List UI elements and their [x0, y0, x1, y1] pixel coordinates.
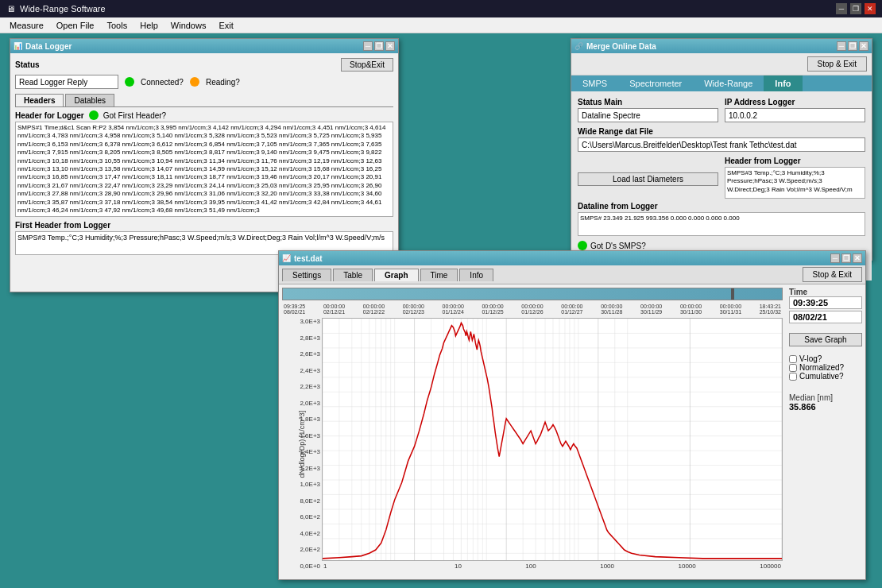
tab-wide-range[interactable]: Wide-Range — [693, 75, 764, 91]
load-diameters-btn-area: Load last Diameters — [578, 157, 718, 186]
graph-stop-btn[interactable]: Stop & Exit — [803, 267, 862, 282]
tab-settings[interactable]: Settings — [282, 269, 331, 281]
time-label-2: 00:00:0002/12/22 — [363, 304, 385, 315]
status-main-label: Status Main — [578, 98, 718, 106]
minimize-btn[interactable]: ─ — [836, 3, 847, 14]
merge-restore[interactable]: ❐ — [848, 41, 857, 51]
normalized-label: Normalized? — [799, 363, 844, 372]
chart-svg: .grid-line { stroke: #e0e0e0; stroke-wid… — [323, 319, 782, 560]
restore-btn[interactable]: ❐ — [850, 3, 861, 14]
time-label-3: 00:00:0002/12/23 — [403, 304, 424, 315]
time-scrubber[interactable] — [282, 288, 783, 300]
menu-measure[interactable]: Measure — [3, 19, 50, 32]
data-logger-title: Data Logger — [25, 42, 72, 51]
tab-headers[interactable]: Headers — [15, 94, 64, 106]
got-first-header-label: Got First Header? — [103, 111, 166, 120]
time-label-10: 00:00:0030/11/30 — [680, 304, 702, 315]
time-sidebar-label: Time — [789, 288, 862, 296]
y-tick-3: 2,4E+3 — [288, 367, 320, 374]
tab-table[interactable]: Table — [333, 269, 373, 281]
connected-label: Connected? — [141, 78, 184, 87]
merge-tabs: SMPS Spectrometer Wide-Range Info — [571, 75, 872, 91]
y-tick-4: 2,2E+3 — [288, 383, 320, 390]
time-label-0: 09:39:2508/02/21 — [284, 304, 305, 315]
merge-close[interactable]: ✕ — [859, 41, 868, 51]
menu-tools[interactable]: Tools — [101, 19, 134, 32]
cumulative-checkbox[interactable] — [789, 373, 797, 381]
app-icon: 🖥 — [6, 4, 15, 14]
stop-exit-btn[interactable]: Stop&Exit — [341, 58, 393, 72]
connected-indicator — [125, 77, 134, 87]
merge-stop-btn[interactable]: Stop & Exit — [807, 56, 867, 72]
x-axis-labels: 1 10 100 1000 10000 100000 — [322, 563, 783, 570]
y-tick-15: 0,0E+0 — [288, 563, 320, 570]
y-tick-0: 3,0E+3 — [288, 318, 320, 325]
time-label-8: 00:00:0030/11/28 — [601, 304, 622, 315]
ip-address-input[interactable] — [725, 108, 865, 122]
read-logger-input[interactable] — [15, 75, 118, 89]
time-label-9: 00:00:0030/11/29 — [640, 304, 662, 315]
title-bar: 🖥 Wide-Range Software ─ ❐ ✕ — [0, 0, 882, 17]
tab-info-graph[interactable]: Info — [459, 269, 493, 281]
wide-range-file-input[interactable] — [578, 137, 865, 152]
header-logger-merge-text: SMPS#3 Temp.;°C;3 Humidity;%;3 Pressure;… — [725, 167, 865, 199]
menu-help[interactable]: Help — [133, 19, 164, 32]
y-tick-2: 2,6E+3 — [288, 350, 320, 358]
graph-sidebar: Time 09:39:25 08/02/21 Save Graph V-log?… — [786, 284, 865, 573]
tab-graph[interactable]: Graph — [374, 269, 418, 281]
tab-spectrometer[interactable]: Spectrometer — [618, 75, 693, 91]
time-label-12: 18:43:2125/10/32 — [760, 304, 781, 315]
graph-close[interactable]: ✕ — [853, 253, 862, 263]
menu-open-file[interactable]: Open File — [50, 19, 101, 32]
date-value: 08/02/21 — [789, 311, 862, 323]
scrubber-handle[interactable] — [731, 288, 734, 300]
reading-label: Reading? — [206, 78, 240, 87]
x-tick-2: 100 — [525, 563, 536, 570]
menu-windows[interactable]: Windows — [164, 19, 213, 32]
got-smps-label: Got D's SMPS? — [590, 242, 646, 250]
y-tick-1: 2,8E+3 — [288, 335, 320, 342]
graph-tabs: Settings Table Graph Time Info Stop & Ex… — [279, 265, 865, 284]
header-logger-merge-label: Header from Logger — [725, 157, 865, 165]
tab-time[interactable]: Time — [420, 269, 458, 281]
y-tick-10: 1,0E+3 — [288, 481, 320, 488]
status-main-input[interactable] — [578, 108, 718, 122]
tab-datables[interactable]: Datables — [65, 94, 114, 106]
y-tick-11: 8,0E+2 — [288, 497, 320, 505]
dl-minimize[interactable]: ─ — [363, 41, 373, 51]
v-log-row: V-log? — [789, 354, 862, 363]
window-controls[interactable]: ─ ❐ ✕ — [836, 3, 876, 14]
graph-titlebar: 📈 test.dat ─ ❐ ✕ — [279, 251, 865, 265]
time-label-4: 00:00:0001/12/24 — [443, 304, 464, 315]
merge-minimize[interactable]: ─ — [837, 41, 846, 51]
graph-minimize[interactable]: ─ — [830, 253, 840, 263]
time-label-1: 00:00:0002/12/21 — [323, 304, 345, 315]
menu-exit[interactable]: Exit — [212, 19, 239, 32]
distribution-curve — [323, 323, 782, 558]
normalized-checkbox[interactable] — [789, 364, 797, 372]
dl-close[interactable]: ✕ — [385, 41, 395, 51]
ip-label: IP Address Logger — [725, 98, 865, 106]
tab-info[interactable]: Info — [764, 75, 802, 91]
y-tick-9: 1,2E+3 — [288, 465, 320, 472]
v-log-label: V-log? — [799, 354, 822, 363]
cumulative-label: Cumulative? — [799, 372, 844, 381]
y-tick-14: 2,0E+2 — [288, 546, 320, 553]
x-tick-0: 1 — [323, 563, 327, 570]
load-diameters-btn[interactable]: Load last Diameters — [578, 172, 718, 186]
close-btn[interactable]: ✕ — [865, 3, 876, 14]
v-log-checkbox[interactable] — [789, 355, 797, 363]
x-tick-4: 10000 — [679, 563, 696, 570]
got-header-indicator — [89, 110, 99, 120]
save-graph-btn[interactable]: Save Graph — [789, 333, 862, 346]
y-tick-8: 1,4E+3 — [288, 448, 320, 455]
time-label-5: 00:00:0001/12/25 — [482, 304, 503, 315]
x-tick-3: 1000 — [600, 563, 614, 570]
status-section-label: Status — [15, 60, 40, 69]
app-title: Wide-Range Software — [20, 4, 106, 14]
graph-restore[interactable]: ❐ — [841, 253, 851, 263]
x-tick-5: 100000 — [760, 563, 781, 570]
merge-title: Merge Online Data — [586, 42, 656, 51]
dl-restore[interactable]: ❐ — [374, 41, 384, 51]
tab-smps[interactable]: SMPS — [571, 75, 618, 91]
